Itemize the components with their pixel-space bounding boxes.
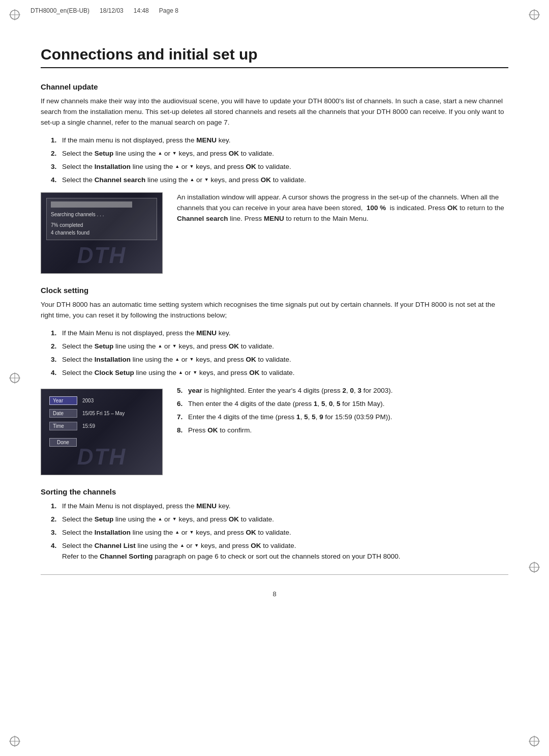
clock-setting-section: Clock setting Your DTH 8000 has an autom… [41, 286, 508, 475]
screenshot-searching: Searching channels . . . [51, 211, 152, 218]
screenshot-panel: Searching channels . . . 7% completed 4 … [46, 198, 157, 240]
clock-year-value: 2003 [82, 398, 94, 403]
clock-date-label: Date [49, 409, 77, 418]
sorting-channels-section: Sorting the channels 1. If the Main Menu… [41, 487, 508, 562]
reg-mark-mr [529, 562, 540, 573]
sorting-step-4: 4. Select the Channel List line using th… [51, 541, 508, 562]
clock-step-2: 2. Select the Setup line using the ▲ or … [51, 341, 508, 352]
bottom-rule [41, 574, 508, 575]
screenshot-percent: 7% completed [51, 221, 152, 229]
clock-done-btn: Done [49, 438, 77, 447]
sorting-steps: 1. If the Main Menu is not displayed, pr… [51, 501, 508, 562]
clock-watermark: DTH [77, 444, 126, 470]
page-header: DTH8000_en(EB-UB) 18/12/03 14:48 Page 8 [30, 7, 178, 14]
channel-update-title: Channel update [41, 82, 508, 91]
channel-update-step-2: 2. Select the Setup line using the ▲ or … [51, 149, 508, 159]
page-container: DTH8000_en(EB-UB) 18/12/03 14:48 Page 8 … [0, 0, 549, 756]
page-number: 8 [41, 590, 508, 598]
reg-mark-br [529, 736, 540, 747]
clock-step-4: 4. Select the Clock Setup line using the… [51, 368, 508, 379]
clock-step-5: 5. year is highlighted. Enter the year's… [177, 386, 508, 396]
clock-steps-col: 5. year is highlighted. Enter the year's… [177, 386, 508, 443]
clock-date-field: Date 15/05 Fri 15 – May [49, 409, 125, 418]
channel-update-step-3: 3. Select the Installation line using th… [51, 162, 508, 172]
clock-year-label: Year [49, 396, 77, 405]
clock-screenshot: Year 2003 Date 15/05 Fri 15 – May Time 1… [41, 389, 163, 475]
reg-mark-ml [9, 372, 20, 384]
clock-step-1: 1. If the Main Menu is not displayed, pr… [51, 328, 508, 339]
clock-steps-5-8: 5. year is highlighted. Enter the year's… [177, 386, 508, 436]
reg-mark-tr [529, 9, 540, 20]
channel-update-screenshot-col: Searching channels . . . 7% completed 4 … [41, 192, 163, 274]
clock-time-field: Time 15:59 [49, 422, 95, 430]
channel-update-side-text: An installation window will appear. A cu… [177, 192, 508, 224]
clock-year-field: Year 2003 [49, 396, 94, 405]
channel-update-intro: If new channels make their way into the … [41, 96, 508, 128]
clock-setting-title: Clock setting [41, 286, 508, 295]
clock-screenshot-col: Year 2003 Date 15/05 Fri 15 – May Time 1… [41, 389, 163, 475]
clock-time-label: Time [49, 422, 77, 430]
page-title: Connections and initial set up [41, 46, 508, 63]
channel-update-step-4: 4. Select the Channel search line using … [51, 175, 508, 186]
clock-image-row: Year 2003 Date 15/05 Fri 15 – May Time 1… [41, 386, 508, 475]
channel-update-steps: 1. If the main menu is not displayed, pr… [51, 135, 508, 186]
reg-mark-bl [9, 736, 20, 747]
sorting-channels-title: Sorting the channels [41, 487, 508, 496]
clock-time-value: 15:59 [82, 423, 95, 429]
header-page: Page 8 [159, 7, 178, 14]
channel-update-screenshot: Searching channels . . . 7% completed 4 … [41, 192, 163, 274]
clock-done-row: Done [49, 438, 77, 446]
clock-date-value: 15/05 Fri 15 – May [82, 411, 125, 416]
clock-step-7: 7. Enter the 4 digits of the time (press… [177, 412, 508, 423]
clock-setting-intro: Your DTH 8000 has an automatic time sett… [41, 300, 508, 321]
header-time: 14:48 [134, 7, 149, 14]
title-rule [41, 67, 508, 68]
clock-step-3: 3. Select the Installation line using th… [51, 355, 508, 365]
channel-update-image-row: Searching channels . . . 7% completed 4 … [41, 192, 508, 274]
sorting-step-2: 2. Select the Setup line using the ▲ or … [51, 514, 508, 525]
clock-step-6: 6. Then enter the 4 digits of the date (… [177, 399, 508, 410]
clock-setting-steps: 1. If the Main Menu is not displayed, pr… [51, 328, 508, 379]
header-date: 18/12/03 [100, 7, 124, 14]
channel-update-step-1: 1. If the main menu is not displayed, pr… [51, 135, 508, 146]
header-file: DTH8000_en(EB-UB) [30, 7, 89, 14]
sorting-step-3: 3. Select the Installation line using th… [51, 528, 508, 538]
reg-mark-tl [9, 9, 20, 20]
sorting-step-1: 1. If the Main Menu is not displayed, pr… [51, 501, 508, 512]
screenshot-watermark: DTH [77, 243, 126, 268]
clock-step-8: 8. Press OK to confirm. [177, 425, 508, 436]
screenshot-found: 4 channels found [51, 229, 152, 237]
channel-update-section: Channel update If new channels make thei… [41, 82, 508, 274]
progress-bar [51, 201, 132, 208]
